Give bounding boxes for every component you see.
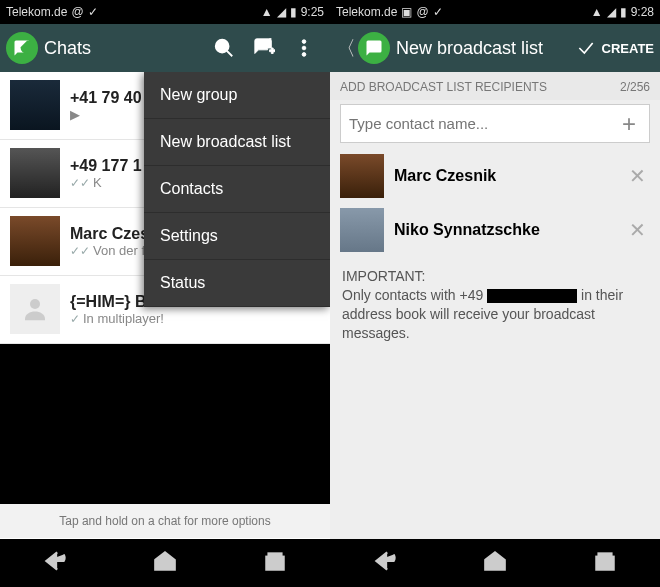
- home-button[interactable]: [482, 548, 508, 578]
- recents-button[interactable]: [262, 548, 288, 578]
- delivery-ticks-icon: ✓: [70, 312, 80, 326]
- signal-icon: ◢: [607, 5, 616, 19]
- delivery-ticks-icon: ✓✓: [70, 244, 90, 258]
- menu-item-status[interactable]: Status: [144, 260, 330, 307]
- chat-preview: K: [93, 175, 102, 190]
- svg-line-1: [227, 51, 233, 57]
- wifi-icon: ▲: [591, 5, 603, 19]
- menu-item-settings[interactable]: Settings: [144, 213, 330, 260]
- recipient-count: 2/256: [620, 80, 650, 94]
- chat-preview: In multiplayer!: [83, 311, 164, 326]
- remove-contact-button[interactable]: ✕: [625, 218, 650, 242]
- picture-icon: ▣: [401, 5, 412, 19]
- back-button[interactable]: [372, 548, 398, 578]
- redacted-block: [0, 344, 330, 504]
- svg-point-0: [216, 40, 229, 53]
- svg-rect-7: [269, 553, 282, 556]
- delivery-ticks-icon: ✓✓: [70, 176, 90, 190]
- home-button[interactable]: [152, 548, 178, 578]
- create-label: CREATE: [602, 41, 654, 56]
- chat-preview: ▶: [70, 107, 80, 122]
- svg-point-3: [302, 46, 306, 50]
- important-note: IMPORTANT: Only contacts with +49 in the…: [330, 257, 660, 353]
- search-button[interactable]: [204, 24, 244, 72]
- avatar: [340, 208, 384, 252]
- section-header: ADD BROADCAST LIST RECIPIENTS 2/256: [330, 72, 660, 100]
- whatsapp-logo-icon: [6, 32, 38, 64]
- carrier-label: Telekom.de: [336, 5, 397, 19]
- back-icon[interactable]: 〈: [336, 35, 358, 62]
- avatar: [340, 154, 384, 198]
- signal-icon: ◢: [277, 5, 286, 19]
- navigation-bar: [0, 539, 330, 587]
- page-title: New broadcast list: [396, 38, 576, 59]
- page-title: Chats: [44, 38, 204, 59]
- navigation-bar: [330, 539, 660, 587]
- important-line1: Only contacts with +49: [342, 287, 483, 303]
- recipient-row[interactable]: Marc Czesnik ✕: [330, 149, 660, 203]
- recipient-row[interactable]: Niko Synnatzschke ✕: [330, 203, 660, 257]
- wifi-icon: ▲: [261, 5, 273, 19]
- svg-rect-9: [599, 553, 612, 556]
- status-bar: Telekom.de @ ✓ ▲ ◢ ▮ 9:25: [0, 0, 330, 24]
- avatar: [10, 80, 60, 130]
- clipboard-icon: ✓: [433, 5, 443, 19]
- at-icon: @: [71, 5, 83, 19]
- chat-preview: Von der f: [93, 243, 145, 258]
- chat-list: +41 79 40 ▶ +49 177 1 ✓✓K Marc Czes ✓✓Vo…: [0, 72, 330, 539]
- action-bar: 〈 New broadcast list CREATE: [330, 24, 660, 72]
- important-head: IMPORTANT:: [342, 267, 648, 286]
- menu-item-contacts[interactable]: Contacts: [144, 166, 330, 213]
- redacted-number: [487, 289, 577, 303]
- whatsapp-logo-icon: [358, 32, 390, 64]
- section-label: ADD BROADCAST LIST RECIPIENTS: [340, 80, 547, 94]
- contact-name: Niko Synnatzschke: [394, 221, 615, 239]
- avatar: [10, 216, 60, 266]
- svg-rect-6: [266, 557, 283, 570]
- avatar: [10, 148, 60, 198]
- recents-button[interactable]: [592, 548, 618, 578]
- carrier-label: Telekom.de: [6, 5, 67, 19]
- menu-item-new-broadcast[interactable]: New broadcast list: [144, 119, 330, 166]
- add-contact-button[interactable]: +: [609, 105, 649, 142]
- svg-point-2: [302, 40, 306, 44]
- remove-contact-button[interactable]: ✕: [625, 164, 650, 188]
- svg-rect-8: [596, 557, 613, 570]
- clipboard-icon: ✓: [88, 5, 98, 19]
- battery-icon: ▮: [620, 5, 627, 19]
- contact-name: Marc Czesnik: [394, 167, 615, 185]
- svg-point-5: [30, 299, 40, 309]
- battery-icon: ▮: [290, 5, 297, 19]
- overflow-menu: New group New broadcast list Contacts Se…: [144, 72, 330, 307]
- back-button[interactable]: [42, 548, 68, 578]
- clock-label: 9:28: [631, 5, 654, 19]
- status-bar: Telekom.de ▣ @ ✓ ▲ ◢ ▮ 9:28: [330, 0, 660, 24]
- contact-name-input[interactable]: [341, 105, 609, 142]
- menu-item-new-group[interactable]: New group: [144, 72, 330, 119]
- at-icon: @: [416, 5, 428, 19]
- create-button[interactable]: CREATE: [576, 38, 654, 58]
- avatar: [10, 284, 60, 334]
- clock-label: 9:25: [301, 5, 324, 19]
- hint-text: Tap and hold on a chat for more options: [0, 504, 330, 538]
- svg-point-4: [302, 53, 306, 57]
- contact-input-row: +: [340, 104, 650, 143]
- overflow-menu-button[interactable]: [284, 24, 324, 72]
- action-bar: Chats: [0, 24, 330, 72]
- new-chat-button[interactable]: [244, 24, 284, 72]
- broadcast-content: ADD BROADCAST LIST RECIPIENTS 2/256 + Ma…: [330, 72, 660, 539]
